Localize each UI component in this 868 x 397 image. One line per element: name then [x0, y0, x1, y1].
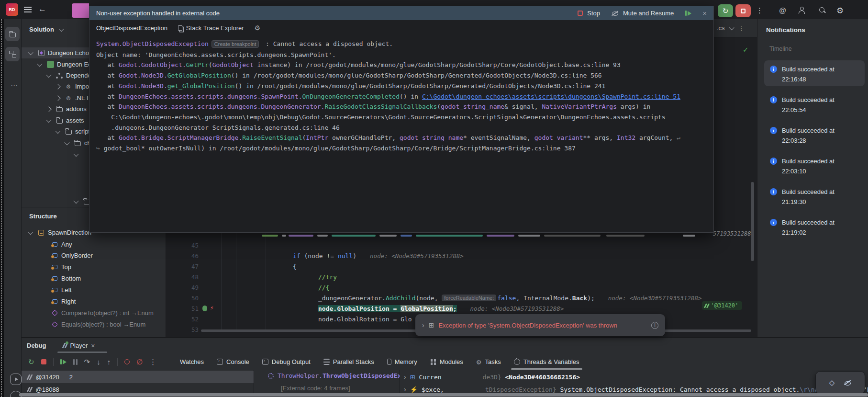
notification-item[interactable]: iBuild succeeded at22:03:10 — [764, 152, 865, 178]
chevron-down-icon[interactable] — [55, 128, 60, 133]
tab-player[interactable]: Player × — [59, 338, 99, 353]
exception-inline-tooltip[interactable]: › ⊞ Exception of type 'System.ObjectDisp… — [415, 314, 665, 336]
toolbar-more-icon[interactable]: ⋮ — [149, 358, 156, 366]
line-number[interactable]: 52 — [166, 316, 199, 323]
notification-item[interactable]: iBuild succeeded at21:19:02 — [764, 214, 865, 239]
tab-memory[interactable]: Memory — [387, 353, 417, 370]
tab-modules[interactable]: Modules — [430, 353, 463, 370]
stack-trace-line[interactable]: .dungeons.DungeonGenerator_ScriptSignals… — [96, 123, 713, 133]
structure-tree-row[interactable]: OnlyBorder — [22, 250, 166, 261]
chevron-down-icon[interactable] — [73, 198, 78, 203]
mute-and-resume-button[interactable]: Mute and Resume — [623, 10, 674, 17]
tab-debug-output[interactable]: Debug Output — [262, 353, 311, 370]
structure-tree-row[interactable]: CompareTo(object?) : int →Enum — [22, 307, 166, 318]
structure-tool-button[interactable] — [5, 47, 20, 61]
mentions-icon[interactable]: @ — [779, 6, 786, 14]
expand-chevron-icon[interactable]: › — [422, 321, 424, 329]
tab-stack-trace-explorer[interactable]: Stack Trace Explorer — [178, 24, 244, 32]
back-icon[interactable]: ← — [38, 4, 46, 14]
expand-chevron-icon[interactable]: › — [404, 386, 406, 393]
stop-icon[interactable] — [578, 11, 583, 16]
pause-button[interactable] — [73, 359, 78, 365]
chevron-down-icon[interactable] — [729, 24, 734, 30]
stack-trace-line[interactable]: ↪ godot_bool* outOwnerIsNull) in /root/g… — [96, 143, 713, 154]
line-number[interactable]: 48 — [166, 273, 199, 281]
stack-trace-line[interactable]: at Godot.Node3D.GetGlobalPosition() in /… — [96, 70, 713, 81]
code-line-50[interactable]: 50_dungeonGenerator.AddChild(node, force… — [166, 293, 757, 303]
add-user-icon[interactable] — [798, 7, 805, 14]
stop-debug-button[interactable] — [735, 4, 751, 17]
chevron-down-icon[interactable] — [58, 26, 64, 32]
frame-item[interactable]: ThrowHelper.ThrowObjectDisposedExcep — [268, 372, 400, 379]
restart-debug-button[interactable]: ↻ — [718, 4, 733, 17]
resume-button[interactable] — [60, 359, 67, 364]
tab-console[interactable]: Console — [217, 353, 249, 370]
code-line-45[interactable]: 45 — [166, 240, 757, 250]
chevron-right-icon[interactable] — [46, 106, 51, 112]
code-line-47[interactable]: 47{ — [166, 261, 757, 272]
line-number[interactable]: 51 — [166, 305, 199, 312]
solution-tool-button[interactable] — [5, 27, 20, 41]
more-options-icon[interactable]: ⋮ — [756, 6, 763, 15]
mute-breakpoints-button[interactable]: ∅ — [136, 358, 143, 366]
code-line-46[interactable]: 46if (node != null)node: <Node3D#5719353… — [166, 250, 757, 261]
tab-exception[interactable]: ObjectDisposedException — [96, 24, 167, 32]
info-icon[interactable]: i — [651, 322, 658, 329]
line-number[interactable]: 47 — [166, 263, 199, 270]
run-config-remnant[interactable] — [72, 3, 89, 18]
tab-watches[interactable]: Watches — [180, 353, 204, 370]
line-number[interactable]: 49 — [166, 284, 199, 291]
step-into-button[interactable]: ↓ — [97, 358, 100, 366]
tab-options-icon[interactable]: ⋮ — [738, 24, 745, 32]
chevron-right-icon[interactable] — [55, 95, 60, 101]
profiler-icon[interactable] — [10, 374, 22, 385]
tab-parallel-stacks[interactable]: Parallel Stacks — [323, 353, 374, 370]
stack-trace-line[interactable]: C:\Godot\dungeon-echoes\.godot\mono\temp… — [96, 112, 713, 123]
notification-item[interactable]: iBuild succeeded at22:16:48 — [764, 60, 865, 86]
notification-item[interactable]: iBuild succeeded at22:03:28 — [764, 122, 865, 147]
thread-row[interactable]: @314202 — [22, 371, 254, 383]
rider-logo[interactable]: RD — [6, 3, 18, 16]
line-number[interactable]: 46 — [166, 252, 199, 260]
step-over-button[interactable]: ↷ — [84, 358, 90, 366]
line-number[interactable]: 45 — [166, 242, 199, 249]
chevron-down-icon[interactable] — [64, 139, 69, 145]
structure-tree-row[interactable]: Any — [22, 239, 166, 250]
chevron-down-icon[interactable] — [46, 72, 51, 77]
chevron-down-icon[interactable] — [37, 61, 42, 66]
chevron-down-icon[interactable] — [28, 229, 33, 234]
code-line-49[interactable]: 49//{ — [166, 282, 757, 293]
structure-tree-row[interactable]: Top — [22, 261, 166, 272]
tab-threads-variables[interactable]: Threads & Variables — [514, 353, 579, 370]
main-menu-icon[interactable] — [24, 7, 32, 12]
code-line-51[interactable]: 51⚡node.GlobalPosition = GlobalPosition;… — [166, 303, 757, 314]
external-frames-label[interactable]: [External code: 4 frames] — [281, 385, 350, 392]
stack-trace-line[interactable]: System.ObjectDisposedExceptionCreate bre… — [96, 39, 713, 50]
column-divider[interactable] — [254, 370, 254, 394]
stack-trace-text[interactable]: System.ObjectDisposedExceptionCreate bre… — [89, 35, 713, 154]
expand-chevron-icon[interactable]: › — [404, 373, 406, 381]
settings-gear-icon[interactable]: ⚙ — [255, 24, 261, 32]
stack-trace-line[interactable]: at Godot.GodotObject.GetPtr(GodotObject … — [96, 60, 713, 70]
line-number[interactable]: 53 — [166, 326, 199, 333]
stop-button[interactable]: Stop — [587, 10, 600, 17]
mute-icon[interactable] — [612, 10, 619, 16]
chevron-down-icon[interactable] — [73, 151, 78, 156]
structure-tree-row[interactable]: Equals(object?) : bool →Enum — [22, 319, 166, 330]
stack-trace-line[interactable]: at Godot.Node3D.get_GlobalPosition() in … — [96, 81, 713, 91]
variable-row[interactable]: ›⚡$exce,tDisposedException} System.Objec… — [404, 383, 868, 394]
jump-to-type-icon[interactable]: ◇ — [829, 378, 835, 387]
bottom-scrollbar[interactable] — [19, 393, 868, 397]
resume-icon[interactable] — [685, 11, 691, 16]
stack-trace-line[interactable]: Object name: 'DungeonEchoes.assets.scrip… — [96, 50, 713, 60]
stack-trace-line[interactable]: at DungeonEchoes.assets.scripts.dungeons… — [96, 91, 713, 102]
code-line-48[interactable]: 48//try — [166, 272, 757, 282]
chevron-down-icon[interactable] — [28, 49, 33, 55]
variable-row[interactable]: ›⊞Currende3D} <Node3D#46036682156> — [404, 371, 868, 383]
file-tab-label[interactable]: .cs — [717, 24, 725, 32]
step-out-button[interactable]: ↑ — [107, 358, 111, 366]
close-icon[interactable]: × — [702, 9, 707, 17]
structure-tree-row[interactable]: Left — [22, 284, 166, 295]
editor-vertical-scrollbar[interactable] — [751, 182, 754, 261]
stack-trace-line[interactable]: at Godot.Bridge.ScriptManagerBridge.Rais… — [96, 133, 713, 143]
